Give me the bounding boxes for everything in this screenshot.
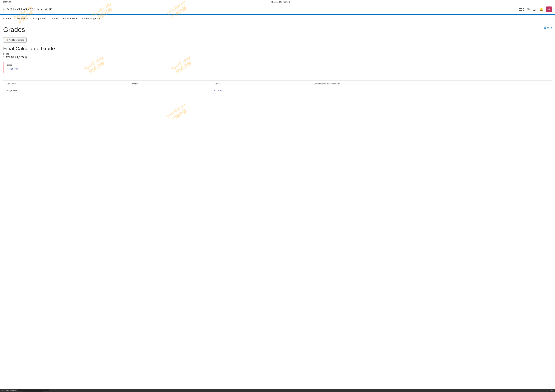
grade-table-body: Assignment 97.64 % bbox=[3, 87, 552, 94]
home-icon[interactable]: ⌂ bbox=[3, 7, 5, 11]
cell-grade: 97.64 % bbox=[211, 87, 311, 94]
grade-box-value: 92.99 % bbox=[7, 67, 19, 71]
nav-content[interactable]: Content bbox=[3, 15, 12, 22]
header-left: ⌂ MGTK-385-0 - 11439.202010 bbox=[3, 7, 52, 11]
final-grade-section: Final Calculated Grade Points 1,473.83 /… bbox=[3, 46, 552, 77]
print-button[interactable]: 🖨 Print bbox=[543, 26, 552, 29]
email-icon[interactable]: ✉ bbox=[527, 7, 530, 11]
col-grade: Grade bbox=[211, 81, 311, 87]
nav-discussions[interactable]: Discussions bbox=[16, 15, 29, 22]
nav-assignments[interactable]: Assignments bbox=[33, 15, 47, 22]
grade-box-label: Grade bbox=[7, 64, 19, 66]
points-label: Points bbox=[3, 53, 552, 55]
top-bar-date: 2020/3/20 bbox=[3, 1, 11, 3]
nav-other-tools[interactable]: Other Tools ▾ bbox=[63, 15, 77, 22]
header: ⌂ MGTK-385-0 - 11439.202010 ✉ 💬 🔔 YL bbox=[0, 4, 555, 15]
nav-grades[interactable]: Grades bbox=[51, 15, 59, 22]
add-to-eportfolio-button[interactable]: 📋 Add to ePortfolio bbox=[3, 37, 27, 43]
points-value: 1,473.83 / 1,585 ⊞ bbox=[3, 56, 552, 59]
points-number: 1,473.83 / 1,585 bbox=[3, 56, 24, 59]
calculator-icon[interactable]: ⊞ bbox=[25, 56, 27, 59]
eportfolio-icon: 📋 bbox=[6, 39, 8, 41]
cell-points bbox=[130, 87, 211, 94]
top-bar-center: Grades - MGTK-385-0 - bbox=[271, 1, 292, 3]
chat-icon[interactable]: 💬 bbox=[533, 7, 536, 11]
col-points: Points bbox=[130, 81, 211, 87]
col-comments: Comments and Assessments bbox=[311, 81, 552, 87]
print-label: Print bbox=[547, 26, 552, 29]
grade-table: Grade Item Points Grade Comments and Ass… bbox=[3, 80, 552, 94]
table-row: Assignment 97.64 % bbox=[3, 87, 552, 94]
cell-comments bbox=[311, 87, 552, 94]
top-bar: 2020/3/20 Grades - MGTK-385-0 - bbox=[0, 0, 555, 4]
main-nav: Content Discussions Assignments Grades O… bbox=[0, 15, 555, 22]
course-title: MGTK-385-0 - 11439.202010 bbox=[7, 7, 52, 11]
nav-student-support[interactable]: Student Support ▾ bbox=[81, 15, 100, 22]
grade-table-header: Grade Item Points Grade Comments and Ass… bbox=[3, 81, 552, 87]
apps-icon[interactable] bbox=[519, 8, 524, 11]
eportfolio-label: Add to ePortfolio bbox=[9, 39, 24, 41]
header-right: ✉ 💬 🔔 YL bbox=[519, 7, 552, 12]
col-grade-item: Grade Item bbox=[3, 81, 130, 87]
page-content: Grades 🖨 Print 📋 Add to ePortfolio Final… bbox=[0, 22, 555, 98]
final-grade-title: Final Calculated Grade bbox=[3, 46, 552, 51]
other-tools-chevron: ▾ bbox=[76, 17, 77, 20]
student-support-chevron: ▾ bbox=[99, 17, 100, 20]
page-title: Grades bbox=[3, 26, 25, 34]
grade-box: Grade 92.99 % bbox=[3, 62, 22, 73]
cell-grade-item: Assignment bbox=[3, 87, 130, 94]
print-icon: 🖨 bbox=[543, 26, 546, 29]
avatar[interactable]: YL bbox=[546, 7, 552, 12]
bell-icon[interactable]: 🔔 bbox=[539, 7, 543, 11]
page-header: Grades 🖨 Print bbox=[3, 26, 552, 34]
